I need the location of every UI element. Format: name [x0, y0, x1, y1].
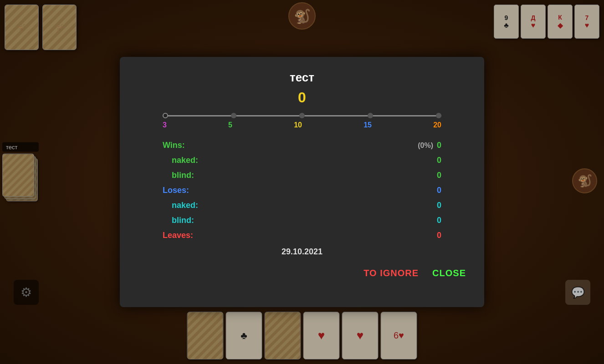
- stat-label-loses-blind: blind:: [163, 216, 194, 225]
- to-ignore-button[interactable]: TO IGNORE: [363, 268, 419, 278]
- slider-label-20: 20: [433, 121, 441, 129]
- slider-dots: [163, 113, 441, 118]
- slider-dot-5: [231, 113, 236, 118]
- game-table: 🐒 🐒 🐒 9 ♣ Д ♥ К ◆ 7 ♥ тест: [0, 0, 604, 364]
- slider-label-5: 5: [228, 121, 232, 129]
- slider-dot-10: [299, 113, 305, 118]
- slider-label-15: 15: [363, 121, 372, 129]
- wins-percent: (0%): [418, 142, 433, 150]
- stat-row-wins-blind: blind: 0: [163, 171, 441, 180]
- stat-row-loses-blind: blind: 0: [163, 216, 441, 225]
- stat-label-loses-naked: naked:: [163, 201, 198, 210]
- slider-track: [163, 115, 441, 116]
- stat-label-wins-naked: naked:: [163, 156, 198, 165]
- stats-container: Wins: (0%) 0 naked: 0 blind: 0: [163, 141, 441, 240]
- modal-actions: TO IGNORE CLOSE: [138, 268, 466, 278]
- slider-dot-15: [368, 113, 373, 118]
- stat-label-loses: Loses:: [163, 186, 189, 195]
- modal-date: 29.10.2021: [138, 247, 466, 257]
- stat-row-wins-naked: naked: 0: [163, 156, 441, 165]
- stat-row-loses: Loses: 0: [163, 186, 441, 195]
- modal-title: тест: [138, 71, 466, 85]
- slider-label-3: 3: [163, 121, 167, 129]
- stat-value-loses-naked: 0: [437, 201, 441, 210]
- stat-value-leaves: 0: [437, 231, 441, 240]
- stat-row-leaves: Leaves: 0: [163, 231, 441, 240]
- stat-label-wins: Wins:: [163, 141, 185, 150]
- slider-dot-20: [436, 113, 441, 118]
- slider-labels: 3 5 10 15 20: [163, 121, 441, 129]
- stat-value-wins-blind: 0: [437, 171, 441, 180]
- slider-label-10: 10: [294, 121, 302, 129]
- stat-value-wins-naked: 0: [437, 156, 441, 165]
- stat-value-loses: 0: [437, 186, 441, 195]
- player-stats-modal: тест 0 3 5 10 15: [120, 57, 484, 307]
- modal-score: 0: [138, 89, 466, 106]
- modal-overlay: тест 0 3 5 10 15: [0, 0, 604, 364]
- stat-value-loses-blind: 0: [437, 216, 441, 225]
- stat-row-loses-naked: naked: 0: [163, 201, 441, 210]
- wins-count: 0: [437, 141, 441, 150]
- score-slider[interactable]: 3 5 10 15 20: [163, 115, 441, 129]
- stat-row-wins: Wins: (0%) 0: [163, 141, 441, 150]
- stat-value-wins: (0%) 0: [418, 141, 441, 150]
- slider-dot-3: [163, 113, 168, 118]
- stat-label-leaves: Leaves:: [163, 231, 193, 240]
- stat-label-wins-blind: blind:: [163, 171, 194, 180]
- close-button[interactable]: CLOSE: [432, 268, 466, 278]
